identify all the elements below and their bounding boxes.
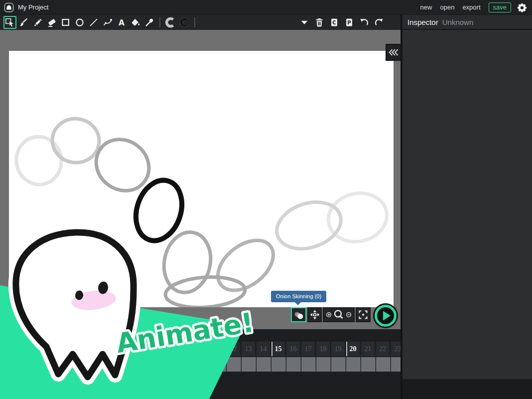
pan-button[interactable] — [307, 307, 322, 322]
frame-number-highlighted[interactable]: 15 — [271, 342, 285, 356]
frame-number[interactable]: 23 — [391, 342, 400, 356]
zoom-controls — [323, 307, 355, 322]
tool-select[interactable] — [3, 16, 16, 29]
timeline-cell[interactable] — [257, 357, 271, 372]
play-icon — [373, 303, 399, 329]
settings-gear-icon[interactable] — [517, 2, 527, 12]
fit-view-button[interactable] — [356, 307, 371, 322]
collapse-menu-caret-icon[interactable] — [298, 16, 311, 29]
tool-eyedropper[interactable] — [143, 16, 156, 29]
svg-text:P: P — [347, 20, 351, 25]
zoom-out-icon[interactable] — [345, 310, 353, 319]
project-title: My Project — [18, 3, 48, 11]
delete-trash-icon[interactable] — [313, 16, 326, 29]
toolbar-divider — [159, 17, 160, 27]
frame-number[interactable]: 18 — [316, 342, 330, 356]
app-window: My Project new open export save — [0, 0, 532, 399]
menu-export[interactable]: export — [462, 3, 480, 11]
inspector-panel: Inspector Unknown — [400, 15, 532, 399]
tool-curve[interactable] — [101, 16, 114, 29]
timeline-cell[interactable] — [376, 357, 391, 372]
onion-skin-icon — [293, 309, 305, 321]
fit-brackets-icon — [357, 309, 369, 321]
tool-fill-bucket[interactable] — [129, 16, 142, 29]
svg-text:A: A — [119, 18, 125, 27]
copy-icon[interactable]: C — [328, 16, 341, 29]
timeline-cell[interactable] — [331, 357, 346, 372]
timeline-cell[interactable] — [346, 357, 361, 372]
titlebar: My Project new open export save — [0, 0, 532, 15]
frame-number[interactable]: 22 — [376, 342, 390, 356]
frame-number[interactable]: 16 — [286, 342, 300, 356]
swatch-arc-dark[interactable] — [178, 16, 191, 29]
onion-skinning-button[interactable] — [291, 307, 306, 322]
toolbar: A — [0, 15, 400, 30]
tool-pencil[interactable] — [31, 16, 44, 29]
redo-icon[interactable] — [373, 16, 386, 29]
menu-open[interactable]: open — [440, 3, 454, 11]
frame-number[interactable]: 21 — [361, 342, 375, 356]
tool-brush[interactable] — [17, 16, 30, 29]
onion-skinning-tooltip: Onion Skinning (0) — [271, 291, 326, 302]
promo-sticker: Animate! — [0, 219, 254, 399]
frame-number[interactable]: 17 — [301, 342, 315, 356]
inspector-status: Unknown — [442, 18, 474, 26]
frame-number-highlighted[interactable]: 20 — [346, 342, 360, 356]
inspector-header: Inspector Unknown — [402, 15, 532, 30]
inspector-title: Inspector — [407, 18, 438, 26]
tool-line[interactable] — [87, 16, 100, 29]
swatch-arc-light[interactable] — [164, 16, 177, 29]
save-button[interactable]: save — [489, 2, 511, 12]
tool-ellipse[interactable] — [73, 16, 86, 29]
tool-eraser[interactable] — [45, 16, 58, 29]
inspector-footer — [402, 379, 532, 399]
undo-icon[interactable] — [358, 16, 371, 29]
frame-number[interactable]: 14 — [257, 342, 270, 356]
play-button[interactable] — [373, 303, 399, 329]
timeline-cell[interactable] — [271, 357, 286, 372]
toolbar-divider — [194, 17, 195, 27]
zoom-in-icon[interactable] — [325, 310, 333, 319]
move-arrows-icon — [309, 309, 321, 321]
menu-new[interactable]: new — [420, 3, 432, 11]
app-logo-ghost-icon — [4, 2, 14, 12]
collapse-panel-button[interactable] — [386, 44, 400, 61]
timeline-cell[interactable] — [361, 357, 376, 372]
triple-chevron-left-icon — [387, 46, 400, 59]
timeline-cell[interactable] — [286, 357, 301, 372]
inspector-body — [402, 30, 532, 379]
timeline-cell[interactable] — [316, 357, 331, 372]
tool-text[interactable]: A — [115, 16, 128, 29]
paste-icon[interactable]: P — [343, 16, 356, 29]
frame-number[interactable]: 19 — [331, 342, 345, 356]
timeline-cell[interactable] — [391, 357, 400, 372]
tool-rectangle[interactable] — [59, 16, 72, 29]
timeline-cell[interactable] — [301, 357, 316, 372]
magnifier-icon[interactable] — [333, 308, 344, 321]
svg-text:C: C — [332, 20, 336, 25]
